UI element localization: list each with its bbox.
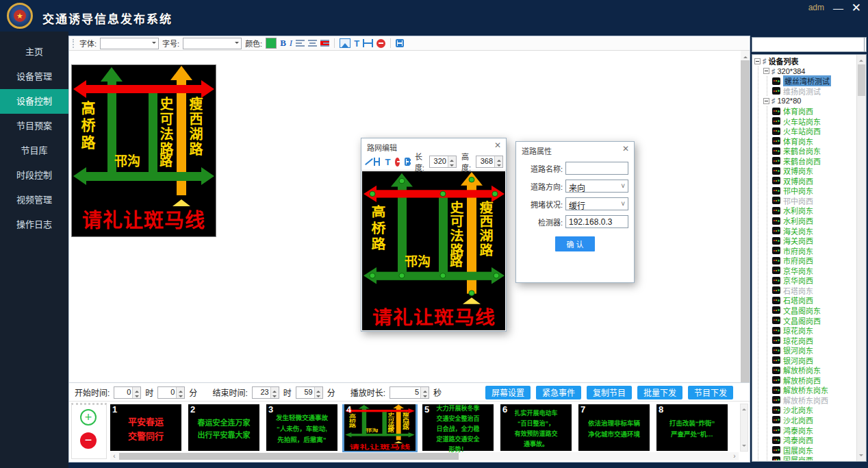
minimize-icon[interactable]: — (833, 2, 843, 14)
tree-device-item[interactable]: 双博岗东 (772, 166, 856, 176)
program-thumbnail-5[interactable]: 大力开展秋冬季交通安全整治百日会战，全力稳定道路交通安全形势！5 (422, 404, 494, 451)
tree-group-1[interactable]: ♯192*80 (763, 96, 856, 106)
font-combobox[interactable] (100, 38, 159, 49)
add-program-button[interactable]: + (80, 409, 97, 426)
tree-device-item[interactable]: 双博岗西 (772, 176, 856, 186)
device-search-input[interactable] (752, 37, 865, 52)
program-thumbnail-8[interactable]: 打击改装“炸街”严查严处“机…8 (656, 404, 728, 451)
program-vertical-scrollbar[interactable] (740, 404, 748, 452)
tree-device-item[interactable]: 螺丝湾桥测试 (772, 76, 856, 86)
tree-device-item[interactable]: 水利岗东 (772, 206, 856, 216)
scroll-right-icon[interactable]: › (730, 452, 739, 460)
tree-device-item[interactable]: 石塔岗西 (772, 295, 856, 306)
sidebar-item-0[interactable]: 主页 (0, 40, 68, 64)
collapse-icon[interactable] (763, 98, 769, 104)
tree-device-item[interactable]: 邗中岗西 (772, 196, 856, 206)
remove-program-button[interactable]: − (80, 432, 97, 449)
tree-device-item[interactable]: 鸿泰岗东 (772, 425, 856, 435)
tree-root[interactable]: ♯设备列表 (754, 56, 856, 66)
end-minute-stepper[interactable]: 59 (296, 386, 323, 399)
program-thumbnail-6[interactable]: 扎实开展电动车“百日整治”，有效预防道路交通事故。6 (500, 404, 572, 451)
tree-device-item[interactable]: 沙北岗东 (772, 405, 856, 415)
tree-device-item[interactable]: 海关岗东 (772, 225, 856, 236)
sidebar-item-7[interactable]: 操作日志 (0, 212, 68, 237)
tree-device-item[interactable]: 维扬岗测试 (772, 86, 856, 97)
copy-program-button[interactable]: 复制节目 (587, 386, 632, 399)
confirm-button[interactable]: 确 认 (555, 236, 595, 251)
tree-device-item[interactable]: 市府岗西 (772, 256, 856, 266)
scrollbar-thumb[interactable] (119, 453, 459, 460)
tree-device-item[interactable]: 鸿泰岗西 (772, 435, 856, 445)
tree-device-item[interactable]: 解放桥东岗西 (772, 395, 856, 406)
tree-device-item[interactable]: 解放桥岗西 (772, 375, 856, 386)
scroll-up-icon[interactable] (741, 51, 750, 60)
road-node-handle[interactable] (494, 273, 500, 278)
tree-device-item[interactable]: 琼花岗西 (772, 335, 856, 345)
tree-device-item[interactable]: 琼花岗东 (772, 325, 856, 336)
program-thumbnail-4[interactable]: 高桥路 史可法路 瘦西湖路 邗沟 路 请礼让斑马线 4 (344, 404, 416, 451)
start-hour-stepper[interactable]: 0 (114, 386, 141, 399)
sidebar-item-1[interactable]: 设备管理 (0, 64, 68, 89)
italic-button[interactable]: I (290, 38, 292, 49)
color-swatch[interactable] (266, 38, 277, 49)
tree-device-item[interactable]: 市府岗东 (772, 245, 856, 256)
canvas-vertical-scrollbar[interactable] (741, 51, 750, 382)
close-icon[interactable]: ✕ (494, 141, 501, 149)
road-node-handle[interactable] (399, 178, 405, 184)
tree-device-item[interactable]: 京华岗西 (772, 275, 856, 286)
align-left-icon[interactable] (296, 40, 305, 47)
tree-vertical-scrollbar[interactable] (856, 55, 866, 461)
road-node-handle[interactable] (492, 191, 498, 197)
road-segment-icon[interactable] (374, 158, 380, 166)
sidebar-item-2[interactable]: 设备控制 (0, 89, 68, 114)
collapse-icon[interactable] (763, 68, 769, 74)
emergency-event-button[interactable]: 紧急事件 (536, 386, 581, 399)
height-stepper[interactable]: 368 (476, 156, 503, 168)
tree-device-item[interactable]: 文昌阁岗西 (772, 315, 856, 325)
road-network-icon[interactable] (363, 39, 373, 47)
road-node-handle[interactable] (440, 191, 446, 197)
text-tool-icon[interactable]: T (385, 157, 390, 167)
congestion-select[interactable]: 缓行 (565, 197, 628, 210)
tree-device-item[interactable]: 海关岗西 (772, 236, 856, 246)
tree-device-item[interactable]: 解放桥岗东 (772, 365, 856, 375)
tree-device-item[interactable]: 解放桥东岗东 (772, 385, 856, 395)
tree-device-item[interactable]: 国展岗西 (772, 455, 856, 460)
program-thumbnail-1[interactable]: 平安春运交警同行1 (110, 404, 181, 451)
tree-device-item[interactable]: 体育岗西 (772, 106, 856, 116)
road-node-handle[interactable] (440, 273, 446, 278)
road-node-handle[interactable] (370, 191, 376, 197)
tree-device-item[interactable]: 体育岗东 (772, 136, 856, 146)
sidebar-item-4[interactable]: 节目库 (0, 138, 68, 163)
batch-send-button[interactable]: 批量下发 (637, 386, 682, 399)
length-stepper[interactable]: 320 (429, 156, 457, 168)
align-right-icon[interactable] (320, 40, 329, 47)
tree-group-0[interactable]: ♯320*384 (763, 66, 856, 77)
tree-device-item[interactable]: 石塔岗东 (772, 286, 856, 296)
bold-button[interactable]: B (280, 38, 286, 49)
road-name-field[interactable] (565, 162, 628, 175)
screen-settings-button[interactable]: 屏幕设置 (485, 386, 531, 399)
sidebar-item-6[interactable]: 视频管理 (0, 188, 68, 212)
text-tool-icon[interactable]: T (354, 38, 359, 49)
road-direction-select[interactable]: 来向 (565, 180, 628, 193)
search-icon[interactable] (865, 37, 867, 52)
road-network-canvas[interactable]: 高桥路 史可法路 瘦西湖路 邗沟 路 请礼让斑马线 (362, 171, 505, 330)
road-node-handle[interactable] (469, 290, 475, 295)
tree-device-item[interactable]: 国展岗东 (772, 445, 856, 455)
tree-device-item[interactable]: 来鹤台岗东 (772, 146, 856, 156)
tree-device-item[interactable]: 文昌阁岗东 (772, 306, 856, 316)
detector-field[interactable]: 192.168.0.3 (565, 215, 628, 228)
tree-device-item[interactable]: 京华岗东 (772, 265, 856, 275)
tree-device-item[interactable]: 火车站岗东 (772, 116, 856, 126)
delete-icon[interactable] (376, 39, 385, 48)
program-send-button[interactable]: 节目下发 (688, 386, 733, 399)
duration-stepper[interactable]: 5 (390, 386, 429, 399)
program-thumbnail-3[interactable]: 发生轻微交通事故“人未伤，车能动,先拍照，后撤离”3 (266, 404, 337, 451)
save-icon[interactable] (396, 39, 404, 47)
scrollbar-thumb[interactable] (858, 64, 865, 96)
delete-icon[interactable] (395, 158, 399, 167)
scroll-left-icon[interactable]: ‹ (110, 452, 118, 460)
start-minute-stepper[interactable]: 0 (157, 386, 185, 399)
tree-device-item[interactable]: 来鹤台岗西 (772, 156, 856, 166)
